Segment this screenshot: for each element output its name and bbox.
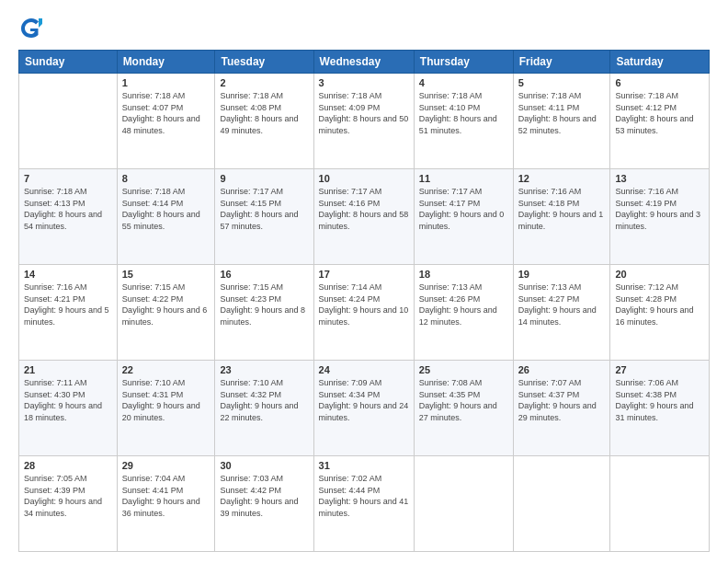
day-cell: 16Sunrise: 7:15 AMSunset: 4:23 PMDayligh… xyxy=(215,265,313,361)
day-number: 20 xyxy=(615,269,704,280)
day-number: 22 xyxy=(122,364,210,375)
weekday-header-wednesday: Wednesday xyxy=(313,51,414,74)
day-number: 31 xyxy=(319,460,409,471)
day-info: Sunrise: 7:05 AMSunset: 4:39 PMDaylight:… xyxy=(24,473,112,519)
header xyxy=(18,15,710,40)
day-info: Sunrise: 7:15 AMSunset: 4:23 PMDaylight:… xyxy=(220,282,308,327)
day-number: 29 xyxy=(122,460,210,471)
day-info: Sunrise: 7:17 AMSunset: 4:17 PMDaylight:… xyxy=(419,186,508,232)
day-number: 28 xyxy=(24,460,112,471)
day-cell: 17Sunrise: 7:14 AMSunset: 4:24 PMDayligh… xyxy=(313,265,414,361)
day-cell: 15Sunrise: 7:15 AMSunset: 4:22 PMDayligh… xyxy=(117,265,215,361)
day-cell: 28Sunrise: 7:05 AMSunset: 4:39 PMDayligh… xyxy=(19,456,118,552)
day-info: Sunrise: 7:14 AMSunset: 4:24 PMDaylight:… xyxy=(319,282,409,327)
day-cell xyxy=(414,456,513,552)
day-cell: 18Sunrise: 7:13 AMSunset: 4:26 PMDayligh… xyxy=(414,265,513,361)
day-cell: 24Sunrise: 7:09 AMSunset: 4:34 PMDayligh… xyxy=(313,361,414,456)
day-cell: 29Sunrise: 7:04 AMSunset: 4:41 PMDayligh… xyxy=(117,456,215,552)
day-cell: 25Sunrise: 7:08 AMSunset: 4:35 PMDayligh… xyxy=(414,361,513,456)
day-info: Sunrise: 7:11 AMSunset: 4:30 PMDaylight:… xyxy=(24,377,112,423)
day-info: Sunrise: 7:04 AMSunset: 4:41 PMDaylight:… xyxy=(122,473,210,519)
day-info: Sunrise: 7:18 AMSunset: 4:10 PMDaylight:… xyxy=(419,90,508,136)
week-row-3: 21Sunrise: 7:11 AMSunset: 4:30 PMDayligh… xyxy=(19,361,710,456)
day-info: Sunrise: 7:09 AMSunset: 4:34 PMDaylight:… xyxy=(319,377,409,423)
day-info: Sunrise: 7:12 AMSunset: 4:28 PMDaylight:… xyxy=(615,282,704,327)
day-info: Sunrise: 7:16 AMSunset: 4:21 PMDaylight:… xyxy=(24,282,112,327)
day-cell: 3Sunrise: 7:18 AMSunset: 4:09 PMDaylight… xyxy=(313,74,414,169)
day-info: Sunrise: 7:15 AMSunset: 4:22 PMDaylight:… xyxy=(122,282,210,327)
day-cell: 13Sunrise: 7:16 AMSunset: 4:19 PMDayligh… xyxy=(610,169,710,265)
day-number: 30 xyxy=(220,460,308,471)
day-cell: 20Sunrise: 7:12 AMSunset: 4:28 PMDayligh… xyxy=(610,265,710,361)
day-cell: 30Sunrise: 7:03 AMSunset: 4:42 PMDayligh… xyxy=(215,456,313,552)
page: SundayMondayTuesdayWednesdayThursdayFrid… xyxy=(0,0,728,563)
day-number: 10 xyxy=(319,173,409,184)
day-number: 4 xyxy=(419,77,508,88)
weekday-header-sunday: Sunday xyxy=(19,51,118,74)
week-row-4: 28Sunrise: 7:05 AMSunset: 4:39 PMDayligh… xyxy=(19,456,710,552)
day-number: 14 xyxy=(24,269,112,280)
day-number: 18 xyxy=(419,269,508,280)
day-number: 19 xyxy=(518,269,606,280)
day-number: 27 xyxy=(615,364,704,375)
day-number: 9 xyxy=(220,173,308,184)
logo xyxy=(18,15,50,40)
day-number: 7 xyxy=(24,173,112,184)
day-number: 1 xyxy=(122,77,210,88)
day-number: 11 xyxy=(419,173,508,184)
day-info: Sunrise: 7:17 AMSunset: 4:16 PMDaylight:… xyxy=(319,186,409,232)
day-cell: 8Sunrise: 7:18 AMSunset: 4:14 PMDaylight… xyxy=(117,169,215,265)
weekday-header-monday: Monday xyxy=(117,51,215,74)
day-cell: 22Sunrise: 7:10 AMSunset: 4:31 PMDayligh… xyxy=(117,361,215,456)
day-number: 16 xyxy=(220,269,308,280)
weekday-header-saturday: Saturday xyxy=(610,51,710,74)
day-info: Sunrise: 7:10 AMSunset: 4:31 PMDaylight:… xyxy=(122,377,210,423)
day-number: 25 xyxy=(419,364,508,375)
day-cell: 31Sunrise: 7:02 AMSunset: 4:44 PMDayligh… xyxy=(313,456,414,552)
day-cell: 7Sunrise: 7:18 AMSunset: 4:13 PMDaylight… xyxy=(19,169,118,265)
week-row-1: 7Sunrise: 7:18 AMSunset: 4:13 PMDaylight… xyxy=(19,169,710,265)
day-info: Sunrise: 7:18 AMSunset: 4:07 PMDaylight:… xyxy=(122,90,210,136)
day-info: Sunrise: 7:18 AMSunset: 4:08 PMDaylight:… xyxy=(220,90,308,136)
weekday-header-tuesday: Tuesday xyxy=(215,51,313,74)
day-cell: 12Sunrise: 7:16 AMSunset: 4:18 PMDayligh… xyxy=(513,169,610,265)
day-info: Sunrise: 7:17 AMSunset: 4:15 PMDaylight:… xyxy=(220,186,308,232)
day-info: Sunrise: 7:18 AMSunset: 4:12 PMDaylight:… xyxy=(615,90,704,136)
day-info: Sunrise: 7:13 AMSunset: 4:27 PMDaylight:… xyxy=(518,282,606,327)
day-cell: 14Sunrise: 7:16 AMSunset: 4:21 PMDayligh… xyxy=(19,265,118,361)
day-number: 12 xyxy=(518,173,606,184)
day-info: Sunrise: 7:08 AMSunset: 4:35 PMDaylight:… xyxy=(419,377,508,423)
day-cell xyxy=(19,74,118,169)
day-number: 5 xyxy=(518,77,606,88)
day-cell: 19Sunrise: 7:13 AMSunset: 4:27 PMDayligh… xyxy=(513,265,610,361)
day-cell: 1Sunrise: 7:18 AMSunset: 4:07 PMDaylight… xyxy=(117,74,215,169)
week-row-0: 1Sunrise: 7:18 AMSunset: 4:07 PMDaylight… xyxy=(19,74,710,169)
day-cell xyxy=(513,456,610,552)
day-cell: 26Sunrise: 7:07 AMSunset: 4:37 PMDayligh… xyxy=(513,361,610,456)
day-info: Sunrise: 7:07 AMSunset: 4:37 PMDaylight:… xyxy=(518,377,606,423)
day-number: 21 xyxy=(24,364,112,375)
day-info: Sunrise: 7:03 AMSunset: 4:42 PMDaylight:… xyxy=(220,473,308,519)
day-number: 8 xyxy=(122,173,210,184)
day-number: 6 xyxy=(615,77,704,88)
logo-icon xyxy=(18,15,44,40)
day-cell: 2Sunrise: 7:18 AMSunset: 4:08 PMDaylight… xyxy=(215,74,313,169)
day-info: Sunrise: 7:06 AMSunset: 4:38 PMDaylight:… xyxy=(615,377,704,423)
day-number: 2 xyxy=(220,77,308,88)
day-cell: 21Sunrise: 7:11 AMSunset: 4:30 PMDayligh… xyxy=(19,361,118,456)
day-cell: 6Sunrise: 7:18 AMSunset: 4:12 PMDaylight… xyxy=(610,74,710,169)
week-row-2: 14Sunrise: 7:16 AMSunset: 4:21 PMDayligh… xyxy=(19,265,710,361)
day-cell: 10Sunrise: 7:17 AMSunset: 4:16 PMDayligh… xyxy=(313,169,414,265)
day-info: Sunrise: 7:10 AMSunset: 4:32 PMDaylight:… xyxy=(220,377,308,423)
day-number: 15 xyxy=(122,269,210,280)
weekday-header-thursday: Thursday xyxy=(414,51,513,74)
weekday-header-friday: Friday xyxy=(513,51,610,74)
day-number: 24 xyxy=(319,364,409,375)
day-number: 13 xyxy=(615,173,704,184)
day-info: Sunrise: 7:16 AMSunset: 4:19 PMDaylight:… xyxy=(615,186,704,232)
day-cell: 11Sunrise: 7:17 AMSunset: 4:17 PMDayligh… xyxy=(414,169,513,265)
day-cell: 9Sunrise: 7:17 AMSunset: 4:15 PMDaylight… xyxy=(215,169,313,265)
day-cell: 4Sunrise: 7:18 AMSunset: 4:10 PMDaylight… xyxy=(414,74,513,169)
day-cell xyxy=(610,456,710,552)
day-info: Sunrise: 7:16 AMSunset: 4:18 PMDaylight:… xyxy=(518,186,606,232)
